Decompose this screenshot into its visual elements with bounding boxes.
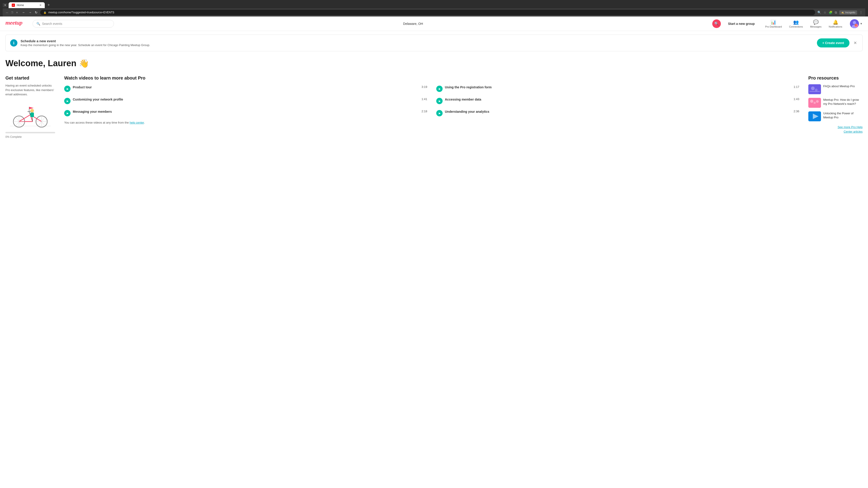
bicycle-svg: [8, 101, 53, 128]
svg-point-31: [815, 89, 817, 91]
see-more-link[interactable]: See more Pro HelpCenter articles: [808, 125, 863, 134]
location-text: Delaware, OH: [403, 22, 423, 26]
play-button-3[interactable]: ▶: [436, 98, 442, 104]
connections-label: Connections: [789, 25, 803, 28]
pro-dashboard-nav-item[interactable]: 📊 Pro Dashboard: [762, 18, 785, 29]
search-icon: 🔍: [36, 22, 40, 26]
browser-actions: 🔍 ☆ 🧩 ⧉ 🕵 Incognito ⋮: [817, 10, 863, 15]
top-nav: meetup 🔍 Search events Delaware, OH 🔍 St…: [0, 17, 868, 31]
play-button-1[interactable]: ▶: [436, 86, 442, 92]
get-started-title: Get started: [5, 75, 55, 80]
resource-thumbnail-1: [808, 98, 821, 108]
video-item-0[interactable]: ▶ Product tour 3:19: [64, 85, 427, 92]
video-title-row-2: Customizing your network profile 1:41: [73, 97, 427, 102]
resource-thumbnail-2: [808, 111, 821, 121]
search-bar[interactable]: 🔍 Search events: [33, 20, 114, 28]
window-controls: — ❐ ✕: [5, 11, 19, 14]
video-title-row-1: Using the Pro registration form 1:17: [445, 85, 799, 90]
play-button-5[interactable]: ▶: [436, 110, 442, 116]
svg-point-35: [813, 102, 816, 104]
messages-nav-item[interactable]: 💬 Messages: [807, 18, 825, 29]
svg-rect-18: [30, 112, 34, 117]
video-info-3: Accessing member data 1:43: [445, 97, 799, 102]
get-started-section: Get started Having an event scheduled un…: [5, 75, 55, 139]
reload-button[interactable]: ↻: [34, 10, 38, 15]
video-name-5: Understanding your analytics: [445, 109, 489, 114]
menu-icon[interactable]: ⋮: [860, 11, 863, 14]
video-name-3: Accessing member data: [445, 97, 481, 102]
svg-marker-20: [29, 107, 34, 109]
search-browser-icon[interactable]: 🔍: [817, 11, 821, 14]
help-center-link[interactable]: help center: [129, 121, 144, 124]
video-item-3[interactable]: ▶ Accessing member data 1:43: [436, 97, 799, 104]
videos-note-suffix: .: [144, 121, 145, 124]
video-item-1[interactable]: ▶ Using the Pro registration form 1:17: [436, 85, 799, 92]
create-event-button[interactable]: + Create event: [817, 38, 849, 47]
video-name-2: Customizing your network profile: [73, 97, 123, 102]
tab-close-button[interactable]: ✕: [39, 4, 41, 7]
active-tab[interactable]: m Home ✕: [8, 2, 45, 8]
video-name-0: Product tour: [73, 85, 92, 90]
tab-group-icon[interactable]: ▼: [3, 3, 8, 7]
videos-section-title: Watch videos to learn more about Pro: [64, 75, 799, 80]
video-item-5[interactable]: ▶ Understanding your analytics 2:36: [436, 109, 799, 116]
extensions-icon[interactable]: 🧩: [829, 11, 833, 14]
play-button-4[interactable]: ▶: [64, 110, 70, 116]
get-started-description: Having an event scheduled unlocks Pro ex…: [5, 84, 55, 97]
maximize-button[interactable]: ❐: [10, 11, 13, 14]
avatar-dropdown-icon: ▼: [860, 22, 863, 25]
notifications-label: Notifications: [829, 25, 842, 28]
resource-thumbnail-0: [808, 84, 821, 94]
close-window-button[interactable]: ✕: [16, 11, 19, 14]
url-text: meetup.com/home/?suggested=true&source=E…: [49, 11, 114, 14]
resource-text-1: Meetup Pro: How do I grow my Pro Network…: [823, 98, 863, 106]
user-avatar-area[interactable]: ▼: [850, 19, 863, 28]
svg-point-2: [853, 21, 856, 24]
play-icon-4: ▶: [67, 112, 68, 115]
video-duration-0: 3:19: [422, 85, 427, 89]
play-icon-3: ▶: [439, 100, 440, 103]
messages-label: Messages: [810, 25, 822, 28]
progress-label: 0% Complete: [5, 135, 22, 138]
bookmark-icon[interactable]: ☆: [824, 11, 827, 14]
connections-icon: 👥: [793, 20, 799, 25]
svg-point-5: [855, 24, 857, 26]
video-title-row-0: Product tour 3:19: [73, 85, 427, 90]
forward-button[interactable]: →: [28, 10, 32, 15]
notifications-nav-item[interactable]: 🔔 Notifications: [826, 18, 845, 29]
resource-text-2: Unlocking the Power of Meetup Pro: [823, 111, 863, 120]
search-button[interactable]: 🔍: [712, 20, 721, 28]
banner-info-icon: ℹ: [10, 39, 18, 46]
schedule-event-banner: ℹ Schedule a new event Keep the momentum…: [5, 35, 863, 51]
videos-grid: ▶ Product tour 3:19 ▶: [64, 85, 799, 116]
video-item-4[interactable]: ▶ Messaging your members 2:18: [64, 109, 427, 116]
pro-dashboard-label: Pro Dashboard: [765, 25, 782, 28]
videos-section: Watch videos to learn more about Pro ▶ P…: [64, 75, 799, 124]
progress-bar-container: [5, 132, 55, 133]
bicycle-illustration: [8, 101, 53, 128]
incognito-icon: 🕵: [841, 11, 844, 14]
main-content: Get started Having an event scheduled un…: [0, 70, 868, 144]
video-info-4: Messaging your members 2:18: [73, 109, 427, 114]
play-icon-2: ▶: [67, 100, 68, 103]
meetup-logo[interactable]: meetup: [5, 19, 28, 29]
resource-item-0[interactable]: FAQs about Meetup Pro: [808, 84, 863, 94]
resource-item-1[interactable]: Meetup Pro: How do I grow my Pro Network…: [808, 98, 863, 108]
play-button-0[interactable]: ▶: [64, 86, 70, 92]
split-view-icon[interactable]: ⧉: [835, 11, 837, 14]
connections-nav-item[interactable]: 👥 Connections: [786, 18, 806, 29]
back-button[interactable]: ←: [22, 10, 26, 15]
svg-rect-29: [808, 84, 821, 94]
new-tab-button[interactable]: +: [46, 2, 52, 8]
video-item-2[interactable]: ▶ Customizing your network profile 1:41: [64, 97, 427, 104]
address-bar[interactable]: 🔒 meetup.com/home/?suggested=true&source…: [40, 10, 815, 15]
banner-title: Schedule a new event: [21, 39, 814, 43]
banner-close-button[interactable]: ✕: [852, 39, 858, 46]
play-button-2[interactable]: ▶: [64, 98, 70, 104]
svg-text:meetup: meetup: [5, 20, 22, 26]
incognito-badge: 🕵 Incognito: [839, 10, 857, 15]
video-duration-1: 1:17: [794, 85, 799, 89]
start-group-button[interactable]: Start a new group: [725, 20, 757, 27]
resource-item-2[interactable]: Unlocking the Power of Meetup Pro: [808, 111, 863, 121]
minimize-button[interactable]: —: [5, 11, 8, 14]
